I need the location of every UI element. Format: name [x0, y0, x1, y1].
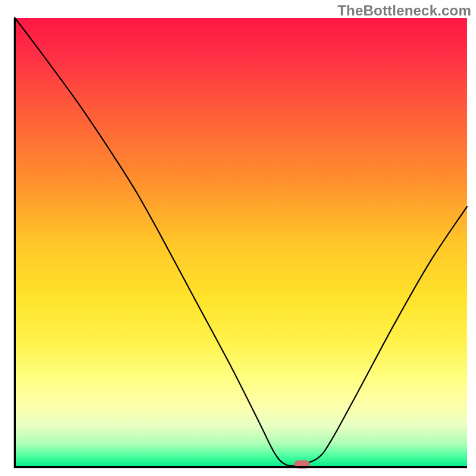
bottleneck-chart — [0, 0, 476, 476]
plot-area — [15, 18, 467, 467]
watermark-text: TheBottleneck.com — [337, 2, 471, 19]
